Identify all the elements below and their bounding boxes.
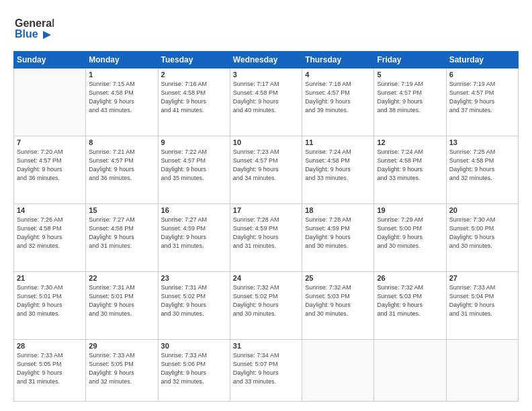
day-number: 19 [377,206,443,214]
day-number: 15 [89,206,154,214]
day-number: 24 [233,274,299,282]
day-info: Sunrise: 7:23 AM Sunset: 4:57 PM Dayligh… [233,148,299,183]
calendar-day-cell: 26Sunrise: 7:32 AM Sunset: 5:03 PM Dayli… [374,271,446,339]
day-number: 31 [233,342,299,350]
day-info: Sunrise: 7:32 AM Sunset: 5:03 PM Dayligh… [377,283,443,318]
calendar-day-cell: 28Sunrise: 7:33 AM Sunset: 5:05 PM Dayli… [14,339,86,401]
calendar-day-cell: 20Sunrise: 7:30 AM Sunset: 5:00 PM Dayli… [446,203,518,271]
weekday-header: Thursday [302,52,374,68]
day-number: 13 [449,138,515,146]
calendar-day-cell: 5Sunrise: 7:19 AM Sunset: 4:57 PM Daylig… [374,68,446,136]
weekday-header: Friday [374,52,446,68]
day-info: Sunrise: 7:31 AM Sunset: 5:02 PM Dayligh… [161,283,227,318]
day-info: Sunrise: 7:24 AM Sunset: 4:58 PM Dayligh… [377,148,443,183]
day-number: 11 [305,138,371,146]
day-number: 5 [377,71,443,79]
calendar-day-cell: 17Sunrise: 7:28 AM Sunset: 4:59 PM Dayli… [230,203,302,271]
day-info: Sunrise: 7:16 AM Sunset: 4:58 PM Dayligh… [161,80,227,115]
day-number: 29 [89,342,154,350]
day-info: Sunrise: 7:26 AM Sunset: 4:58 PM Dayligh… [17,216,83,250]
weekday-header: Tuesday [158,52,230,68]
day-info: Sunrise: 7:25 AM Sunset: 4:58 PM Dayligh… [449,148,515,183]
day-info: Sunrise: 7:19 AM Sunset: 4:57 PM Dayligh… [449,80,515,115]
svg-marker-2 [43,31,51,39]
day-info: Sunrise: 7:19 AM Sunset: 4:57 PM Dayligh… [377,80,443,115]
calendar-day-cell: 1Sunrise: 7:15 AM Sunset: 4:58 PM Daylig… [86,68,158,136]
calendar-day-cell: 8Sunrise: 7:21 AM Sunset: 4:57 PM Daylig… [86,136,158,203]
day-info: Sunrise: 7:31 AM Sunset: 5:01 PM Dayligh… [89,283,154,318]
calendar-week-row: 28Sunrise: 7:33 AM Sunset: 5:05 PM Dayli… [14,339,519,401]
day-number: 28 [17,342,83,350]
calendar-day-cell [302,339,374,401]
calendar-day-cell [14,68,86,136]
calendar-week-row: 14Sunrise: 7:26 AM Sunset: 4:58 PM Dayli… [14,203,519,271]
calendar-day-cell: 13Sunrise: 7:25 AM Sunset: 4:58 PM Dayli… [446,136,518,203]
calendar-day-cell: 11Sunrise: 7:24 AM Sunset: 4:58 PM Dayli… [302,136,374,203]
day-number: 21 [17,274,83,282]
weekday-header: Saturday [446,52,518,68]
day-info: Sunrise: 7:29 AM Sunset: 5:00 PM Dayligh… [377,216,443,250]
svg-text:Blue: Blue [15,28,38,40]
calendar-header-row: SundayMondayTuesdayWednesdayThursdayFrid… [14,52,519,68]
day-info: Sunrise: 7:15 AM Sunset: 4:58 PM Dayligh… [89,80,154,115]
calendar-day-cell: 4Sunrise: 7:18 AM Sunset: 4:57 PM Daylig… [302,68,374,136]
day-number: 4 [305,71,371,79]
calendar-day-cell: 24Sunrise: 7:32 AM Sunset: 5:02 PM Dayli… [230,271,302,339]
day-number: 6 [449,71,515,79]
day-info: Sunrise: 7:28 AM Sunset: 4:59 PM Dayligh… [305,216,371,250]
calendar-day-cell: 22Sunrise: 7:31 AM Sunset: 5:01 PM Dayli… [86,271,158,339]
logo: General Blue [13,12,54,44]
day-number: 14 [17,206,83,214]
weekday-header: Sunday [14,52,86,68]
day-info: Sunrise: 7:33 AM Sunset: 5:05 PM Dayligh… [89,351,154,386]
calendar-day-cell: 2Sunrise: 7:16 AM Sunset: 4:58 PM Daylig… [158,68,230,136]
calendar-day-cell: 19Sunrise: 7:29 AM Sunset: 5:00 PM Dayli… [374,203,446,271]
calendar-day-cell: 12Sunrise: 7:24 AM Sunset: 4:58 PM Dayli… [374,136,446,203]
calendar-day-cell [446,339,518,401]
day-number: 23 [161,274,227,282]
day-number: 25 [305,274,371,282]
day-info: Sunrise: 7:18 AM Sunset: 4:57 PM Dayligh… [305,80,371,115]
day-info: Sunrise: 7:30 AM Sunset: 5:01 PM Dayligh… [17,283,83,318]
weekday-header: Monday [86,52,158,68]
calendar-day-cell: 9Sunrise: 7:22 AM Sunset: 4:57 PM Daylig… [158,136,230,203]
day-number: 16 [161,206,227,214]
day-info: Sunrise: 7:28 AM Sunset: 4:59 PM Dayligh… [233,216,299,250]
calendar-week-row: 21Sunrise: 7:30 AM Sunset: 5:01 PM Dayli… [14,271,519,339]
day-number: 26 [377,274,443,282]
calendar-day-cell: 15Sunrise: 7:27 AM Sunset: 4:58 PM Dayli… [86,203,158,271]
day-info: Sunrise: 7:33 AM Sunset: 5:06 PM Dayligh… [161,351,227,386]
header: General Blue [13,12,519,44]
page: General Blue SundayMondayTuesdayWednesda… [0,0,532,411]
day-info: Sunrise: 7:30 AM Sunset: 5:00 PM Dayligh… [449,216,515,250]
calendar-day-cell: 29Sunrise: 7:33 AM Sunset: 5:05 PM Dayli… [86,339,158,401]
day-number: 3 [233,71,299,79]
day-info: Sunrise: 7:32 AM Sunset: 5:02 PM Dayligh… [233,283,299,318]
day-number: 9 [161,138,227,146]
day-info: Sunrise: 7:32 AM Sunset: 5:03 PM Dayligh… [305,283,371,318]
day-number: 10 [233,138,299,146]
day-info: Sunrise: 7:33 AM Sunset: 5:04 PM Dayligh… [449,283,515,318]
calendar-day-cell: 21Sunrise: 7:30 AM Sunset: 5:01 PM Dayli… [14,271,86,339]
calendar-day-cell: 10Sunrise: 7:23 AM Sunset: 4:57 PM Dayli… [230,136,302,203]
day-number: 20 [449,206,515,214]
day-number: 27 [449,274,515,282]
day-number: 7 [17,138,83,146]
day-number: 22 [89,274,154,282]
calendar-day-cell: 3Sunrise: 7:17 AM Sunset: 4:58 PM Daylig… [230,68,302,136]
day-info: Sunrise: 7:27 AM Sunset: 4:58 PM Dayligh… [89,216,154,250]
logo-icon: General Blue [13,12,54,44]
svg-text:General: General [15,17,54,29]
day-number: 18 [305,206,371,214]
day-number: 12 [377,138,443,146]
calendar-day-cell: 18Sunrise: 7:28 AM Sunset: 4:59 PM Dayli… [302,203,374,271]
calendar-day-cell: 23Sunrise: 7:31 AM Sunset: 5:02 PM Dayli… [158,271,230,339]
day-number: 30 [161,342,227,350]
day-info: Sunrise: 7:24 AM Sunset: 4:58 PM Dayligh… [305,148,371,183]
calendar-day-cell: 30Sunrise: 7:33 AM Sunset: 5:06 PM Dayli… [158,339,230,401]
calendar-day-cell: 14Sunrise: 7:26 AM Sunset: 4:58 PM Dayli… [14,203,86,271]
calendar-day-cell: 25Sunrise: 7:32 AM Sunset: 5:03 PM Dayli… [302,271,374,339]
day-number: 17 [233,206,299,214]
weekday-header: Wednesday [230,52,302,68]
day-number: 2 [161,71,227,79]
